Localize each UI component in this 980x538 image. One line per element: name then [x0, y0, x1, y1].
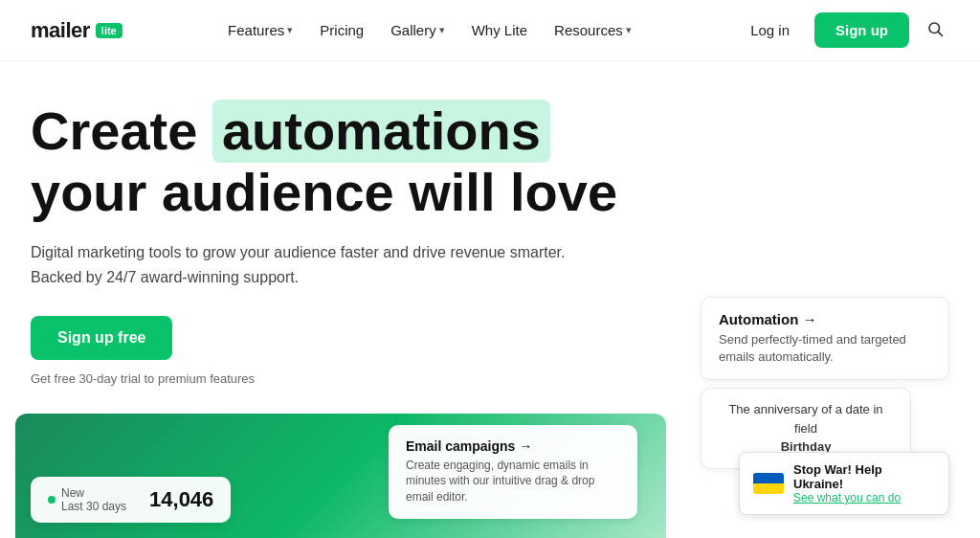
automation-card: Automation → Send perfectly-timed and ta…	[701, 297, 949, 380]
ukraine-flag-icon	[753, 473, 784, 494]
signup-button[interactable]: Sign up	[814, 12, 909, 48]
hero-title: Create automations your audience will lo…	[31, 100, 697, 221]
nav-actions: Log in Sign up	[737, 12, 949, 48]
stat-new-label: New	[61, 486, 126, 500]
nav-links: Features ▾ Pricing Gallery ▾ Why Lite Re…	[216, 14, 643, 46]
stop-war-banner[interactable]: Stop War! Help Ukraine! See what you can…	[739, 452, 949, 515]
nav-why-lite[interactable]: Why Lite	[460, 14, 539, 46]
status-dot	[48, 496, 56, 504]
hero-subtitle: Digital marketing tools to grow your aud…	[31, 240, 605, 289]
stats-card: New Last 30 days 14,046	[31, 477, 231, 523]
stat-sublabel: Last 30 days	[61, 500, 126, 513]
nav-pricing[interactable]: Pricing	[308, 14, 375, 46]
login-button[interactable]: Log in	[737, 14, 803, 46]
automation-description: Send perfectly-timed and targeted emails…	[719, 331, 931, 366]
banner-link[interactable]: See what you can do	[793, 491, 935, 504]
hero-highlight: automations	[212, 100, 550, 163]
green-background: New Last 30 days 14,046 Email campaigns …	[15, 414, 666, 538]
chevron-down-icon: ▾	[626, 24, 632, 36]
chevron-down-icon: ▾	[287, 24, 293, 36]
stat-value: 14,046	[149, 487, 213, 512]
logo[interactable]: mailer lite	[31, 18, 122, 43]
search-button[interactable]	[921, 14, 949, 46]
chevron-down-icon: ▾	[439, 24, 445, 36]
stat-label: New Last 30 days	[48, 486, 126, 513]
email-campaigns-title: Email campaigns →	[406, 438, 620, 454]
banner-title: Stop War! Help Ukraine!	[793, 462, 935, 491]
email-campaigns-description: Create engaging, dynamic emails in minut…	[406, 458, 620, 505]
svg-line-1	[938, 32, 942, 35]
hero-cta-button[interactable]: Sign up free	[31, 316, 172, 360]
navbar: mailer lite Features ▾ Pricing Gallery ▾…	[0, 0, 980, 61]
automation-title: Automation →	[719, 311, 931, 327]
nav-resources[interactable]: Resources ▾	[543, 14, 643, 46]
hero-section: Create automations your audience will lo…	[0, 61, 727, 386]
nav-features[interactable]: Features ▾	[216, 14, 304, 46]
search-icon	[926, 20, 944, 37]
logo-badge: lite	[96, 23, 122, 38]
nav-gallery[interactable]: Gallery ▾	[379, 14, 457, 46]
email-campaigns-card: Email campaigns → Create engaging, dynam…	[389, 425, 637, 519]
logo-text: mailer	[31, 18, 90, 43]
trial-text: Get free 30-day trial to premium feature…	[31, 371, 697, 386]
banner-content: Stop War! Help Ukraine! See what you can…	[793, 462, 935, 504]
